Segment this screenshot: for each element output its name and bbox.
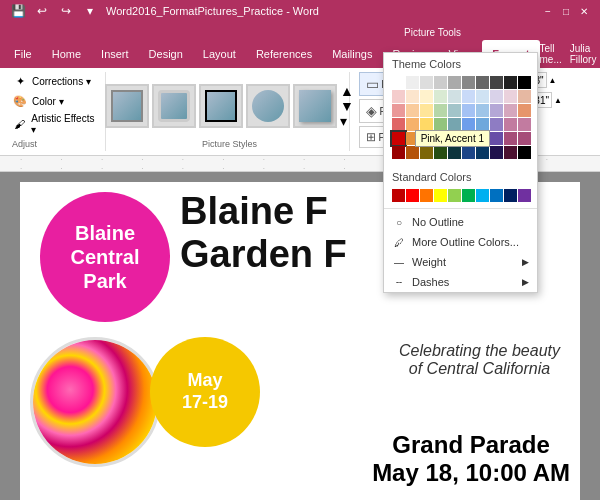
flower-circle[interactable] [30,337,160,467]
theme-color-cell[interactable] [490,90,503,103]
standard-color-cell[interactable] [448,189,461,202]
theme-color-cell[interactable] [392,146,405,159]
standard-color-cell[interactable] [392,189,405,202]
theme-color-cell[interactable] [518,118,531,131]
theme-color-cell[interactable] [406,146,419,159]
standard-color-cell[interactable] [462,189,475,202]
theme-color-cell[interactable] [518,146,531,159]
theme-color-cell[interactable] [490,104,503,117]
theme-color-cell[interactable] [476,90,489,103]
theme-color-cell[interactable] [448,76,461,89]
theme-color-cell[interactable] [448,104,461,117]
flower-image [33,340,157,464]
theme-color-cell[interactable] [462,76,475,89]
theme-color-cell[interactable] [518,132,531,145]
theme-color-cell[interactable] [476,104,489,117]
width-spinner-up[interactable]: ▲ [554,96,562,105]
standard-color-cell[interactable] [518,189,531,202]
ribbon-group-adjust: ✦ Corrections ▾ 🎨 Color ▾ 🖌 Artistic Eff… [6,72,106,151]
theme-color-cell[interactable] [518,76,531,89]
theme-color-cell[interactable] [448,90,461,103]
tab-design[interactable]: Design [139,40,193,68]
styles-expand[interactable]: ▾ [340,114,354,128]
tab-layout[interactable]: Layout [193,40,246,68]
pink-circle-line2: Central [71,245,140,269]
corrections-button[interactable]: ✦ Corrections ▾ [12,72,99,90]
theme-color-cell[interactable] [462,104,475,117]
artistic-effects-button[interactable]: 🖌 Artistic Effects ▾ [12,112,99,136]
minimize-button[interactable]: − [540,3,556,19]
no-outline-item[interactable]: ○ No Outline [384,212,537,232]
style-thumb-3[interactable] [199,84,243,128]
style-thumb-5[interactable] [293,84,337,128]
theme-color-cell[interactable]: Pink, Accent 1 [392,132,405,145]
customize-qa-button[interactable]: ▾ [80,1,100,21]
theme-color-cell[interactable] [406,90,419,103]
theme-color-cell[interactable] [392,90,405,103]
theme-color-cell[interactable] [406,104,419,117]
theme-color-cell[interactable] [504,104,517,117]
theme-color-cell[interactable] [476,76,489,89]
no-outline-label: No Outline [412,216,464,228]
standard-color-cell[interactable] [434,189,447,202]
theme-color-cell[interactable] [504,132,517,145]
theme-color-cell[interactable] [434,76,447,89]
theme-color-cell[interactable] [434,90,447,103]
standard-color-cell[interactable] [406,189,419,202]
theme-color-cell[interactable] [392,76,405,89]
theme-color-cell[interactable] [420,146,433,159]
tab-home[interactable]: Home [42,40,91,68]
height-spinner-up[interactable]: ▲ [549,76,557,85]
styles-scroll-up[interactable]: ▲ [340,84,354,98]
theme-color-cell[interactable] [518,90,531,103]
theme-color-cell[interactable] [420,104,433,117]
theme-color-cell[interactable] [518,104,531,117]
style-thumb-4[interactable] [246,84,290,128]
dashes-item[interactable]: ╌ Dashes ▶ [384,272,537,292]
theme-color-cell[interactable] [490,76,503,89]
maximize-button[interactable]: □ [558,3,574,19]
app-title: Word2016_FormatPictures_Practice - Word [106,5,319,17]
theme-color-cell[interactable] [392,118,405,131]
theme-color-cell[interactable] [392,104,405,117]
theme-color-cell[interactable] [476,146,489,159]
tab-file[interactable]: File [4,40,42,68]
standard-color-cell[interactable] [476,189,489,202]
theme-color-cell[interactable] [462,90,475,103]
standard-color-cell[interactable] [490,189,503,202]
theme-color-cell[interactable] [504,118,517,131]
tab-mailings[interactable]: Mailings [322,40,382,68]
weight-item[interactable]: — Weight ▶ [384,252,537,272]
styles-scroll-down[interactable]: ▼ [340,99,354,113]
tab-insert[interactable]: Insert [91,40,139,68]
close-button[interactable]: ✕ [576,3,592,19]
theme-color-cell[interactable] [490,118,503,131]
weight-icon: — [392,255,406,269]
standard-color-cell[interactable] [504,189,517,202]
theme-color-cell[interactable] [504,146,517,159]
standard-color-cell[interactable] [420,189,433,202]
theme-color-cell[interactable] [420,76,433,89]
tab-references[interactable]: References [246,40,322,68]
color-button[interactable]: 🎨 Color ▾ [12,92,99,110]
redo-button[interactable]: ↪ [56,1,76,21]
theme-color-cell[interactable] [434,104,447,117]
theme-color-cell[interactable] [420,90,433,103]
theme-color-cell[interactable] [504,76,517,89]
theme-color-cell[interactable] [490,132,503,145]
theme-color-cell[interactable] [462,146,475,159]
save-button[interactable]: 💾 [8,1,28,21]
theme-color-cell[interactable] [434,146,447,159]
yellow-circle: May 17-19 [150,337,260,447]
theme-color-cell[interactable] [490,146,503,159]
picture-layout-icon: ⊞ [366,130,376,144]
pink-circle-text: Blaine Central Park [71,221,140,293]
undo-button[interactable]: ↩ [32,1,52,21]
tell-me-field[interactable]: Tell me... [540,43,562,65]
theme-color-cell[interactable] [504,90,517,103]
theme-color-cell[interactable] [406,76,419,89]
style-thumb-1[interactable] [105,84,149,128]
theme-color-cell[interactable] [448,146,461,159]
more-outline-colors-item[interactable]: 🖊 More Outline Colors... [384,232,537,252]
style-thumb-2[interactable] [152,84,196,128]
